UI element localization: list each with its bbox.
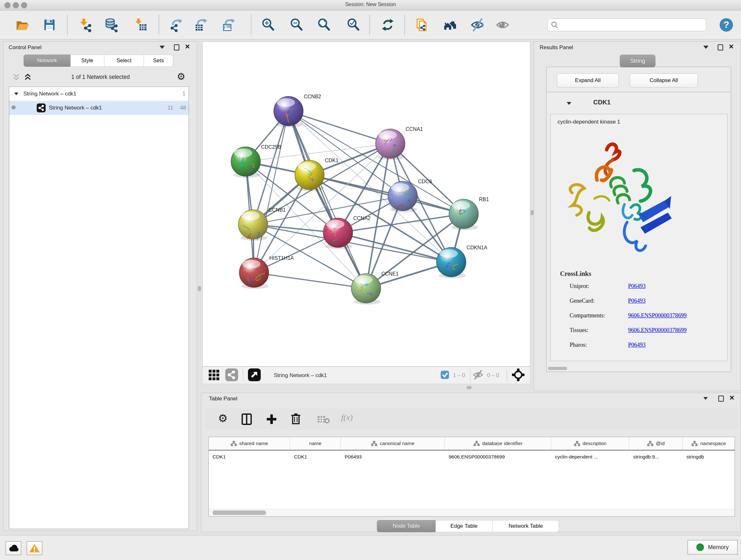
column-header-namespace[interactable]: namespace	[683, 437, 735, 450]
panel-close-icon[interactable]: ✕	[729, 44, 734, 49]
panel-menu-icon[interactable]	[703, 397, 708, 400]
zoom-selected-icon[interactable]	[346, 17, 360, 32]
network-options-gear-icon[interactable]: ⚙	[177, 72, 185, 81]
tab-edge-table[interactable]: Edge Table	[435, 520, 493, 532]
grid-view-icon[interactable]	[208, 368, 220, 382]
collapse-all-button[interactable]: Collapse All	[630, 73, 698, 87]
help-icon[interactable]: ?	[719, 17, 734, 34]
cell-id[interactable]: stringdb:9...	[629, 450, 683, 463]
cell-canonical-name[interactable]: P06493	[341, 450, 445, 463]
export-table-icon[interactable]	[194, 17, 209, 32]
network-edge[interactable]	[254, 273, 366, 288]
network-node-CCNA1[interactable]: CCNA1	[376, 126, 423, 160]
zoom-in-icon[interactable]	[261, 17, 275, 32]
column-header-database-identifier[interactable]: database identifier	[445, 437, 551, 450]
hide-selected-eye-icon[interactable]	[470, 17, 485, 32]
search-input[interactable]	[558, 22, 700, 28]
tab-node-table[interactable]: Node Table	[377, 520, 435, 532]
new-network-from-selection-icon[interactable]	[414, 17, 429, 32]
crosslink-value-link[interactable]: P06493	[628, 341, 646, 356]
panel-float-icon[interactable]	[718, 44, 723, 51]
column-header-description[interactable]: description	[551, 437, 629, 450]
tab-sets[interactable]: Sets	[144, 55, 173, 67]
table-horizontal-scrollbar[interactable]	[209, 509, 735, 516]
tab-network-table[interactable]: Network Table	[493, 520, 559, 532]
network-edge[interactable]	[288, 111, 390, 144]
export-network-icon[interactable]	[169, 17, 184, 32]
string-home-icon[interactable]	[443, 17, 457, 32]
left-splitter-handle[interactable]	[198, 286, 201, 291]
birdseye-view-icon[interactable]	[512, 368, 525, 383]
network-node-CDC6[interactable]: CDC6	[388, 179, 432, 212]
zoom-out-icon[interactable]	[289, 17, 304, 32]
network-node-CDKN1A[interactable]: CDKN1A	[436, 245, 487, 278]
column-header-canonical-name[interactable]: canonical name	[341, 437, 445, 450]
tree-expand-icon[interactable]	[9, 91, 19, 97]
network-view-canvas[interactable]: CCNB2CCNA1CDC25BCDK1CDC6RB1CCNB1CCNA2CDK…	[202, 42, 530, 367]
export-image-icon[interactable]	[222, 17, 237, 32]
show-columns-icon[interactable]	[240, 413, 253, 427]
tab-string[interactable]: String	[620, 55, 656, 67]
crosslink-value-link[interactable]: P06493	[628, 283, 646, 298]
panel-close-icon[interactable]: ✕	[185, 44, 190, 49]
network-node-CCNE1[interactable]: CCNE1	[351, 271, 399, 305]
import-network-file-icon[interactable]	[78, 17, 93, 32]
cell-name[interactable]: CDK1	[290, 450, 341, 463]
import-table-file-icon[interactable]	[133, 17, 148, 32]
cell-database-identifier[interactable]: 9606.ENSP00000378699	[445, 450, 551, 463]
cloud-status-button[interactable]	[5, 541, 21, 555]
tab-style[interactable]: Style	[71, 55, 105, 67]
network-edge[interactable]	[254, 111, 288, 273]
network-node-CCNB1[interactable]: CCNB1	[239, 207, 286, 241]
section-collapse-icon[interactable]	[567, 102, 571, 105]
network-edge[interactable]	[310, 175, 464, 214]
tab-select[interactable]: Select	[105, 55, 144, 67]
column-header-name[interactable]: name	[290, 437, 341, 450]
refresh-icon[interactable]	[381, 17, 395, 32]
panel-float-icon[interactable]	[718, 395, 724, 401]
import-network-database-icon[interactable]	[104, 17, 119, 32]
table-options-gear-icon[interactable]: ⚙	[218, 414, 227, 423]
memory-button[interactable]: Memory	[687, 540, 738, 555]
expand-all-button[interactable]: Expand All	[557, 73, 619, 87]
add-column-icon[interactable]	[265, 413, 278, 427]
string-network-badge-icon[interactable]	[225, 368, 239, 383]
warnings-button[interactable]	[26, 541, 43, 555]
zoom-fit-icon[interactable]	[317, 17, 331, 32]
window-title: Session: New Session	[0, 2, 741, 7]
open-session-icon[interactable]	[15, 17, 30, 32]
network-row[interactable]: String Network – cdk1 11 48	[9, 101, 189, 115]
horizontal-splitter-handle[interactable]	[467, 386, 472, 389]
network-node-CCNA2[interactable]: CCNA2	[323, 215, 370, 249]
delete-column-icon[interactable]	[289, 412, 302, 426]
scrollbar-thumb[interactable]	[212, 510, 266, 515]
network-canvas-svg[interactable]: CCNB2CCNA1CDC25BCDK1CDC6RB1CCNB1CCNA2CDK…	[203, 42, 530, 366]
cell-shared-name[interactable]: CDK1	[209, 450, 290, 463]
panel-menu-icon[interactable]	[703, 46, 709, 49]
network-node-count: 11	[160, 105, 173, 111]
panel-close-icon[interactable]: ✕	[729, 395, 735, 400]
panel-float-icon[interactable]	[174, 44, 179, 51]
panel-menu-icon[interactable]	[159, 46, 165, 49]
cell-description[interactable]: cyclin-dependent ...	[551, 450, 629, 463]
save-session-icon[interactable]	[42, 17, 57, 32]
selected-checkbox-icon[interactable]	[440, 370, 450, 381]
network-collection-row[interactable]: String Network – cdk1 1	[9, 87, 189, 101]
column-header-shared-name[interactable]: shared name	[209, 437, 290, 450]
hidden-eye-icon[interactable]	[472, 369, 484, 382]
network-node-CDK1[interactable]: CDK1	[295, 158, 339, 191]
crosslink-value-link[interactable]: 9606.ENSP00000378699	[628, 327, 687, 341]
show-all-eye-icon[interactable]	[495, 17, 510, 32]
network-node-RB1[interactable]: RB1	[449, 197, 489, 230]
column-type-icon	[574, 441, 580, 446]
network-node-CCNB2[interactable]: CCNB2	[274, 94, 321, 127]
results-scrollbar-thumb[interactable]	[548, 367, 567, 370]
cell-namespace[interactable]: stringdb	[683, 450, 735, 463]
network-edge[interactable]	[288, 111, 366, 288]
column-header-id[interactable]: @id	[629, 437, 683, 450]
table-row[interactable]: CDK1 CDK1 P06493 9606.ENSP00000378699 cy…	[209, 450, 735, 463]
crosslink-value-link[interactable]: 9606.ENSP00000378699	[628, 312, 687, 327]
detach-view-icon[interactable]	[248, 368, 261, 383]
tab-network[interactable]: Network	[23, 55, 71, 67]
crosslink-value-link[interactable]: P06493	[628, 298, 646, 312]
